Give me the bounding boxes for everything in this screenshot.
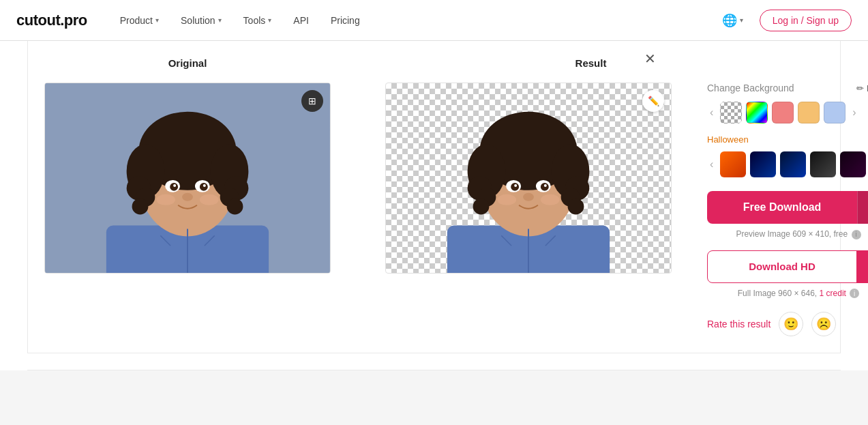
free-download-button[interactable]: Free Download ▼ [707, 191, 868, 224]
rate-label: Rate this result [707, 319, 770, 329]
chevron-down-icon: ▾ [155, 16, 159, 24]
svg-point-47 [541, 194, 560, 205]
crop-icon: ⊞ [308, 96, 316, 106]
nav-product[interactable]: Product ▾ [120, 15, 159, 26]
chevron-down-icon: ▾ [740, 16, 743, 24]
credit-info-icon[interactable]: i [850, 289, 859, 298]
original-image-panel: ⊞ [44, 83, 331, 274]
chevron-down-icon: ▾ [218, 16, 222, 24]
result-title: Result [358, 57, 824, 69]
svg-point-21 [156, 194, 175, 205]
swatch-pink[interactable] [772, 102, 794, 123]
halloween-thumb-2[interactable] [750, 151, 776, 177]
download-hd-dropdown[interactable]: ▼ [856, 251, 868, 282]
original-title: Original [44, 57, 331, 69]
result-image [386, 83, 671, 273]
svg-point-18 [173, 184, 176, 187]
free-download-label[interactable]: Free Download [707, 201, 857, 214]
halloween-thumb-5[interactable] [840, 151, 866, 177]
header-right: 🌐 ▾ Log in / Sign up [717, 10, 852, 31]
swatch-transparent[interactable] [720, 102, 742, 123]
editor-button[interactable]: ✏ Editor [856, 83, 868, 93]
login-button[interactable]: Log in / Sign up [760, 10, 852, 31]
editor-icon: ✏ [856, 83, 864, 93]
svg-point-42 [541, 183, 549, 191]
swatches-row: ‹ › [707, 102, 868, 123]
svg-point-38 [568, 199, 584, 215]
free-download-dropdown[interactable]: ▼ [857, 191, 868, 224]
full-image-text: Full Image 960 × 646, 1 credit i [707, 289, 868, 299]
swatch-rainbow[interactable] [746, 102, 768, 123]
original-image [45, 83, 330, 273]
svg-point-16 [170, 183, 178, 191]
chevron-down-icon: ▾ [268, 16, 271, 24]
svg-point-35 [473, 199, 490, 215]
comparison-section: Original Result ✕ [27, 41, 841, 353]
preview-text: Preview Image 609 × 410, free i [707, 229, 868, 239]
svg-point-44 [544, 184, 547, 187]
rate-section: Rate this result 🙂 ☹️ [707, 312, 868, 336]
halloween-thumb-1[interactable] [720, 151, 746, 177]
nav-api[interactable]: API [293, 15, 309, 26]
halloween-thumb-4[interactable] [810, 151, 836, 177]
bottom-divider [27, 370, 841, 370]
logo[interactable]: cutout.pro [16, 12, 87, 29]
content-row: ⊞ [44, 83, 824, 353]
right-panel: Change Background ✏ Editor ‹ › [685, 83, 868, 336]
swatches-prev-button[interactable]: ‹ [707, 105, 716, 120]
language-selector[interactable]: 🌐 ▾ [717, 10, 749, 31]
change-bg-header: Change Background ✏ Editor [707, 83, 868, 93]
thumbnails-prev-button[interactable]: ‹ [707, 157, 716, 172]
halloween-thumb-3[interactable] [780, 151, 806, 177]
result-image-panel: ✏️ [385, 83, 672, 274]
happy-face-icon: 🙂 [783, 317, 798, 332]
crop-tool-button[interactable]: ⊞ [301, 90, 323, 112]
edit-icon: ✏️ [648, 96, 659, 106]
download-hd-button[interactable]: Download HD ▼ [707, 250, 868, 283]
translate-icon: 🌐 [722, 13, 737, 28]
swatches-next-button[interactable]: › [850, 105, 858, 120]
close-button[interactable]: ✕ [644, 52, 656, 65]
edit-tool-button[interactable]: ✏️ [642, 90, 664, 112]
svg-point-45 [523, 193, 534, 201]
halloween-label: Halloween [707, 134, 868, 145]
nav-solution[interactable]: Solution ▾ [181, 15, 222, 26]
svg-point-46 [497, 194, 516, 205]
svg-point-10 [132, 199, 149, 215]
swatch-orange[interactable] [798, 102, 820, 123]
rate-negative-button[interactable]: ☹️ [811, 312, 836, 336]
svg-point-20 [182, 193, 193, 201]
svg-point-13 [227, 199, 243, 215]
change-bg-label: Change Background [707, 83, 794, 93]
nav-tools[interactable]: Tools ▾ [243, 15, 272, 26]
nav-pricing[interactable]: Pricing [331, 15, 360, 26]
svg-point-41 [511, 183, 519, 191]
main-content: Original Result ✕ [0, 41, 868, 370]
halloween-thumbnails: ‹ › [707, 151, 868, 177]
sad-face-icon: ☹️ [816, 317, 831, 332]
credit-text: 1 credit [820, 289, 846, 298]
header: cutout.pro Product ▾ Solution ▾ Tools ▾ … [0, 0, 868, 41]
info-icon[interactable]: i [852, 230, 861, 239]
download-hd-label[interactable]: Download HD [708, 261, 856, 272]
svg-point-43 [514, 184, 517, 187]
rate-positive-button[interactable]: 🙂 [779, 312, 803, 336]
nav: Product ▾ Solution ▾ Tools ▾ API Pricing [120, 15, 717, 26]
svg-point-19 [203, 184, 206, 187]
swatch-blue[interactable] [824, 102, 845, 123]
column-headers: Original Result [44, 57, 824, 83]
svg-point-17 [200, 183, 208, 191]
svg-point-22 [200, 194, 219, 205]
